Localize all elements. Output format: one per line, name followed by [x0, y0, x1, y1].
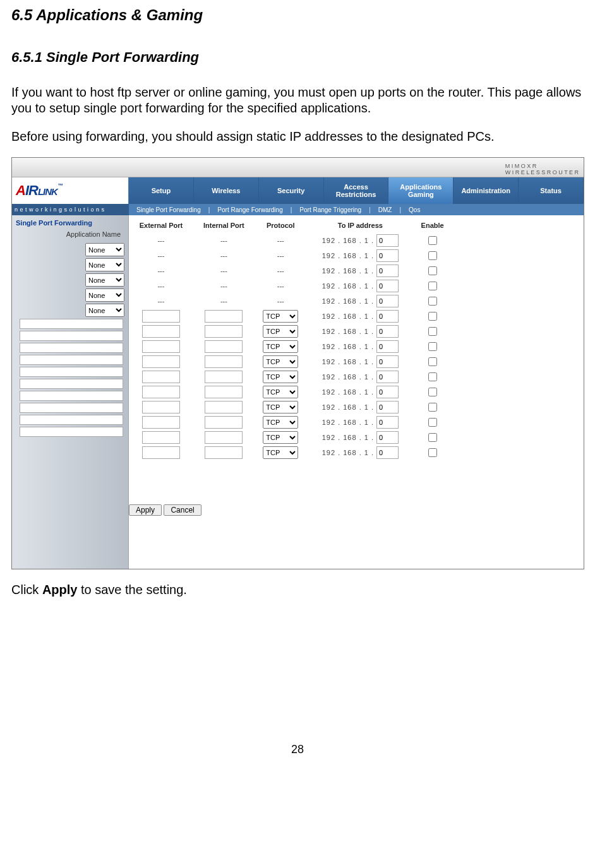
ext-port-input[interactable]: [142, 310, 180, 323]
ext-port-cell: ---: [129, 248, 193, 263]
protocol-select[interactable]: TCP: [263, 371, 298, 383]
int-port-input[interactable]: [205, 416, 243, 429]
int-port-input[interactable]: [205, 325, 243, 338]
ip-octet-input[interactable]: [376, 416, 399, 429]
enable-checkbox[interactable]: [428, 251, 437, 260]
app-input-3[interactable]: [20, 343, 123, 353]
ip-cell: 192 . 168 . 1 .: [307, 339, 414, 354]
int-port-input[interactable]: [205, 386, 243, 398]
enable-checkbox[interactable]: [428, 297, 437, 306]
enable-checkbox[interactable]: [428, 327, 437, 336]
ip-octet-input[interactable]: [376, 265, 399, 277]
ext-port-input[interactable]: [142, 446, 180, 459]
port-forwarding-table: External Port Internal Port Protocol To …: [129, 218, 451, 460]
protocol-select[interactable]: TCP: [263, 446, 298, 459]
ip-octet-input[interactable]: [376, 446, 399, 459]
ext-port-input[interactable]: [142, 325, 180, 338]
page-number: 28: [11, 743, 584, 756]
enable-checkbox[interactable]: [428, 418, 437, 427]
protocol-select[interactable]: TCP: [263, 431, 298, 444]
app-input-10[interactable]: [20, 427, 123, 437]
enable-checkbox[interactable]: [428, 282, 437, 290]
int-port-input[interactable]: [205, 446, 243, 459]
app-input-6[interactable]: [20, 379, 123, 389]
subnav-port-range-trig[interactable]: Port Range Triggering: [297, 206, 364, 213]
protocol-select[interactable]: TCP: [263, 416, 298, 429]
ext-port-input[interactable]: [142, 416, 180, 429]
proto-cell: ---: [255, 248, 307, 263]
protocol-select[interactable]: TCP: [263, 340, 298, 353]
int-port-input[interactable]: [205, 310, 243, 323]
ip-octet-input[interactable]: [376, 401, 399, 413]
apply-instruction: Click Apply to save the setting.: [11, 582, 584, 598]
ext-port-input[interactable]: [142, 401, 180, 413]
tab-access-restrictions[interactable]: Access Restrictions: [324, 177, 389, 204]
enable-checkbox[interactable]: [428, 372, 437, 381]
int-port-input[interactable]: [205, 371, 243, 383]
protocol-select[interactable]: TCP: [263, 310, 298, 323]
ext-port-input[interactable]: [142, 340, 180, 353]
ip-octet-input[interactable]: [376, 386, 399, 398]
section-heading: 6.5 Applications & Gaming: [11, 6, 584, 24]
app-input-8[interactable]: [20, 403, 123, 413]
ip-octet-input[interactable]: [376, 340, 399, 353]
app-input-1[interactable]: [20, 319, 123, 329]
app-select-5[interactable]: None: [85, 304, 124, 317]
enable-checkbox[interactable]: [428, 433, 437, 442]
ip-octet-input[interactable]: [376, 371, 399, 383]
int-port-input[interactable]: [205, 431, 243, 444]
app-input-5[interactable]: [20, 367, 123, 377]
subnav-dmz[interactable]: DMZ: [376, 206, 395, 213]
enable-checkbox[interactable]: [428, 312, 437, 321]
ip-octet-input[interactable]: [376, 431, 399, 444]
int-port-cell: ---: [193, 233, 255, 248]
subnav-port-range-fwd[interactable]: Port Range Forwarding: [215, 206, 285, 213]
ip-octet-input[interactable]: [376, 249, 399, 262]
ext-port-input[interactable]: [142, 386, 180, 398]
ip-octet-input[interactable]: [376, 325, 399, 338]
app-select-4[interactable]: None: [85, 288, 124, 302]
app-input-9[interactable]: [20, 415, 123, 425]
ip-octet-input[interactable]: [376, 310, 399, 323]
tab-status[interactable]: Status: [519, 177, 584, 204]
int-port-input[interactable]: [205, 401, 243, 413]
tab-security[interactable]: Security: [259, 177, 324, 204]
ext-port-input[interactable]: [142, 431, 180, 444]
int-port-input[interactable]: [205, 355, 243, 368]
enable-checkbox[interactable]: [428, 403, 437, 412]
enable-checkbox[interactable]: [428, 388, 437, 396]
ext-port-input[interactable]: [142, 371, 180, 383]
subnav-qos[interactable]: Qos: [406, 206, 423, 213]
tab-wireless[interactable]: Wireless: [194, 177, 259, 204]
ip-octet-input[interactable]: [376, 280, 399, 292]
tab-applications-gaming[interactable]: Applications Gaming: [388, 177, 454, 204]
app-select-3[interactable]: None: [85, 273, 124, 287]
app-input-7[interactable]: [20, 391, 123, 401]
protocol-select[interactable]: TCP: [263, 355, 298, 368]
tab-administration[interactable]: Administration: [454, 177, 519, 204]
protocol-select[interactable]: TCP: [263, 325, 298, 338]
app-input-2[interactable]: [20, 331, 123, 341]
logo-text: AAIRLINKIRLINK™: [16, 182, 63, 199]
int-port-input[interactable]: [205, 340, 243, 353]
apply-button[interactable]: Apply: [129, 504, 162, 516]
app-input-4[interactable]: [20, 355, 123, 365]
app-select-2[interactable]: None: [85, 258, 124, 271]
cancel-button[interactable]: Cancel: [164, 504, 201, 516]
protocol-select[interactable]: TCP: [263, 386, 298, 398]
ext-port-input[interactable]: [142, 355, 180, 368]
subnav-single-port[interactable]: Single Port Forwarding: [134, 206, 203, 213]
tagline-bottom: W I R E L E S S R O U T E R: [505, 169, 579, 175]
ip-octet-input[interactable]: [376, 355, 399, 368]
enable-checkbox[interactable]: [428, 236, 437, 245]
protocol-select[interactable]: TCP: [263, 401, 298, 413]
tab-setup[interactable]: Setup: [129, 177, 194, 204]
ip-octet-input[interactable]: [376, 295, 399, 307]
enable-checkbox[interactable]: [428, 342, 437, 351]
ip-octet-input[interactable]: [376, 234, 399, 247]
enable-checkbox[interactable]: [428, 357, 437, 366]
main-nav: Setup Wireless Security Access Restricti…: [129, 177, 584, 204]
enable-checkbox[interactable]: [428, 448, 437, 457]
enable-checkbox[interactable]: [428, 266, 437, 275]
app-select-1[interactable]: None: [85, 243, 124, 256]
